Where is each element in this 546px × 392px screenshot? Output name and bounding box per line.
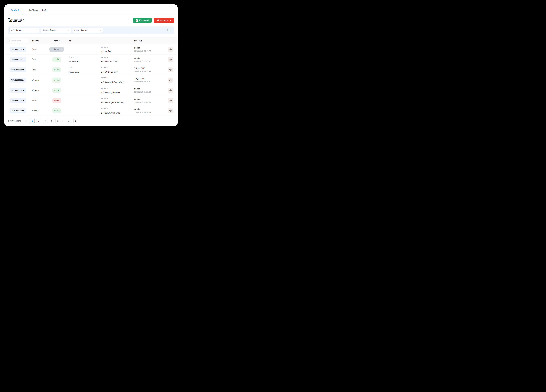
view-detail-button[interactable] (168, 57, 173, 62)
document-number: TF2508000033 (10, 57, 26, 62)
source-warehouse-cell: ต้นทาง คลังออนไลน์ (66, 66, 99, 74)
view-detail-button[interactable] (168, 77, 173, 83)
chevron-down-icon (68, 30, 70, 31)
eye-icon (169, 48, 172, 51)
table-row: TF2508000028 เบิกออก สำเร็จ ปลายทาง คลัง… (4, 106, 178, 116)
created-by-cell: admin 29/08/2025 09:47:27 (134, 47, 167, 52)
pagination-pages: 12345•••13 (24, 119, 78, 123)
source-warehouse-cell (66, 89, 99, 91)
transfer-type: โอน (30, 58, 47, 61)
status-badge: สำเร็จ (52, 108, 61, 113)
chevron-down-icon (36, 30, 38, 31)
transfer-type: รับเข้า (30, 48, 47, 51)
status-filter-dropdown[interactable]: สถานะ ทั้งหมด (72, 28, 103, 33)
table-row: TF2508000029 รับเข้า ยกเลิก ปลายทาง คลัง… (4, 95, 178, 106)
type-filter-dropdown[interactable]: ประเภท ทั้งหมด (41, 28, 71, 33)
pagination: 1-7 of 87 items 12345•••13 (8, 119, 174, 123)
eye-icon (169, 69, 172, 71)
destination-warehouse-cell: ปลายทาง คลังตัวแทน (นิติบุคคล) (99, 87, 134, 94)
table-row: TF2508000032 โอน สำเร็จ ต้นทาง คลังออนไล… (4, 65, 178, 75)
document-number: TF2508000029 (10, 98, 26, 103)
column-header-status: สถานะ (47, 39, 66, 42)
table-row: TF2508000031 เบิกออก สำเร็จ ปลายทาง คลัง… (4, 75, 178, 85)
view-detail-button[interactable] (168, 88, 173, 93)
filter-bar: คลัง ทั้งหมด ประเภท ทั้งหมด สถานะ ทั้งหม… (8, 26, 174, 34)
view-detail-button[interactable] (168, 47, 173, 52)
transfer-type: เบิกออก (30, 89, 47, 92)
svg-text:x: x (136, 20, 137, 21)
pagination-summary: 1-7 of 87 items (8, 120, 21, 122)
toolbar: x Export All สร้างรายการ (133, 18, 174, 23)
chevron-down-icon (169, 20, 171, 21)
tab-transfer[interactable]: โอนสินค้า (8, 5, 23, 14)
pagination-page-3[interactable]: 3 (43, 119, 47, 123)
document-number-search-input[interactable] (10, 39, 28, 43)
create-record-button[interactable]: สร้างรายการ (154, 18, 174, 23)
created-by-cell: admin 22/08/2025 11:00:03 (134, 88, 167, 93)
created-by-cell: admin 28/08/2025 09:31:23 (134, 57, 167, 62)
column-header-type: ประเภท (30, 39, 47, 42)
status-badge: รอดำเนินการ (49, 47, 64, 52)
destination-warehouse-cell: ปลายทาง คลังตัวแทน (นิติบุคคล) (99, 107, 134, 114)
table-row: TF2508000030 เบิกออก สำเร็จ ปลายทาง คลัง… (4, 85, 178, 95)
destination-warehouse-cell: ปลายทาง คลังตัวแทน (สำนักงานใหญ่) (99, 76, 134, 84)
export-all-button[interactable]: x Export All (133, 18, 152, 23)
created-by-cell: admin 12/08/2025 12:10:23 (134, 108, 167, 114)
document-number: TF2508000034 (10, 47, 26, 52)
eye-icon (169, 99, 172, 102)
pagination-page-2[interactable]: 2 (36, 119, 41, 123)
pagination-ellipsis: ••• (62, 120, 65, 122)
document-number: TF2508000031 (10, 78, 26, 82)
source-warehouse-cell (66, 49, 99, 50)
status-badge: สำเร็จ (52, 57, 61, 62)
app-card: โอนสินค้า ประวัติการการนำเข้า โอนสินค้า … (4, 4, 178, 126)
screen-background: โอนสินค้า ประวัติการการนำเข้า โอนสินค้า … (0, 0, 182, 131)
chevron-down-icon (99, 30, 101, 31)
pagination-page-4[interactable]: 4 (49, 119, 54, 123)
table-header: ประเภท สถานะ คลัง สร้างโดย (4, 37, 178, 44)
table-body: TF2508000034 รับเข้า รอดำเนินการ ปลายทาง… (8, 44, 174, 116)
status-badge: ยกเลิก (52, 98, 61, 103)
document-number: TF2508000028 (10, 108, 26, 113)
pagination-prev-button[interactable] (24, 119, 28, 123)
excel-file-icon: x (136, 19, 138, 22)
transfer-type: เบิกออก (30, 109, 47, 112)
warehouse-filter-dropdown[interactable]: คลัง ทั้งหมด (9, 28, 39, 33)
destination-warehouse-cell: ปลายทาง คลังตัวแทน (สำนักงานใหญ่) (99, 97, 134, 104)
transfer-type: เบิกออก (30, 78, 47, 82)
status-badge: สำเร็จ (52, 77, 61, 83)
source-warehouse-cell (66, 100, 99, 101)
created-by-cell: TR_CLOUD 22/08/2025 14:40:13 (134, 77, 167, 83)
eye-icon (169, 79, 172, 82)
created-by-cell: admin 17/08/2025 12:06:47 (134, 98, 167, 103)
destination-warehouse-cell: ปลายทาง คลังหลักที่ สนง ใหญ่ (99, 66, 134, 74)
source-warehouse-cell (66, 110, 99, 112)
view-detail-button[interactable] (168, 67, 173, 72)
created-by-cell: TR_CLOUD 25/08/2025 17:42:38 (134, 67, 167, 73)
view-detail-button[interactable] (168, 108, 173, 113)
tab-import-history[interactable]: ประวัติการการนำเข้า (25, 5, 50, 14)
pagination-page-5[interactable]: 5 (55, 119, 60, 123)
status-badge: สำเร็จ (52, 88, 61, 93)
pagination-page-13[interactable]: 13 (67, 119, 72, 123)
transfer-type: โอน (30, 68, 47, 71)
page-title: โอนสินค้า (8, 17, 25, 23)
source-warehouse-cell: ต้นทาง คลังออนไลน์ (66, 56, 99, 63)
document-number: TF2508000030 (10, 88, 26, 93)
status-badge: สำเร็จ (52, 67, 61, 72)
transfer-type: รับเข้า (30, 99, 47, 102)
view-detail-button[interactable] (168, 98, 173, 103)
column-header-created-by: สร้างโดย (134, 39, 167, 42)
destination-warehouse-cell: ปลายทาง คลังหลักที่ สนง ใหญ่ (99, 56, 134, 63)
document-number: TF2508000032 (10, 67, 26, 72)
column-header-warehouse: คลัง (66, 39, 99, 42)
pagination-next-button[interactable] (73, 119, 78, 123)
table-row: TF2508000034 รับเข้า รอดำเนินการ ปลายทาง… (4, 44, 178, 55)
eye-icon (169, 89, 172, 92)
pagination-page-1[interactable]: 1 (30, 119, 35, 123)
eye-icon (169, 58, 172, 61)
source-warehouse-cell (66, 79, 99, 81)
clear-filters-link[interactable]: ล้าง (167, 29, 170, 32)
table-row: TF2508000033 โอน สำเร็จ ต้นทาง คลังออนไล… (4, 55, 178, 65)
eye-icon (169, 109, 172, 112)
